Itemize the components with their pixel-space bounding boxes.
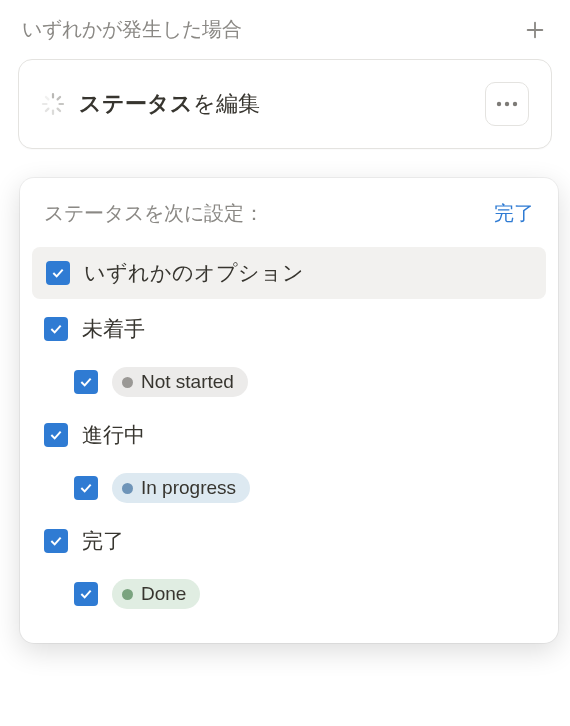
- checkbox-not-started[interactable]: [74, 370, 98, 394]
- svg-line-7: [46, 109, 48, 111]
- popup-header-label: ステータスを次に設定：: [44, 200, 264, 227]
- action-title-bold: ステータス: [79, 91, 193, 116]
- any-option-label: いずれかのオプション: [84, 259, 304, 287]
- checkbox-group-not-started[interactable]: [44, 317, 68, 341]
- status-pill-not-started: Not started: [112, 367, 248, 397]
- checkbox-group-in-progress[interactable]: [44, 423, 68, 447]
- more-button[interactable]: [485, 82, 529, 126]
- plus-icon: [524, 19, 546, 41]
- any-option-row[interactable]: いずれかのオプション: [32, 247, 546, 299]
- svg-point-11: [505, 102, 509, 106]
- loading-icon: [41, 92, 65, 116]
- status-pill-done: Done: [112, 579, 200, 609]
- svg-line-5: [58, 109, 60, 111]
- option-row-not-started[interactable]: Not started: [20, 355, 558, 409]
- popup-header: ステータスを次に設定： 完了: [20, 196, 558, 243]
- checkbox-group-done[interactable]: [44, 529, 68, 553]
- group-row-in-progress[interactable]: 進行中: [20, 409, 558, 461]
- ellipsis-icon: [496, 101, 518, 107]
- check-icon: [78, 480, 94, 496]
- action-title-rest: を編集: [193, 91, 260, 116]
- check-icon: [78, 374, 94, 390]
- check-icon: [48, 321, 64, 337]
- status-pill-in-progress: In progress: [112, 473, 250, 503]
- done-button[interactable]: 完了: [494, 200, 534, 227]
- svg-line-9: [46, 97, 48, 99]
- group-label: 進行中: [82, 421, 145, 449]
- status-pill-label: Done: [141, 583, 186, 605]
- status-pill-label: Not started: [141, 371, 234, 393]
- check-icon: [50, 265, 66, 281]
- status-dot-icon: [122, 483, 133, 494]
- action-title: ステータスを編集: [79, 89, 260, 119]
- group-label: 未着手: [82, 315, 145, 343]
- svg-point-12: [513, 102, 517, 106]
- check-icon: [78, 586, 94, 602]
- option-row-done[interactable]: Done: [20, 567, 558, 621]
- check-icon: [48, 533, 64, 549]
- group-row-not-started[interactable]: 未着手: [20, 303, 558, 355]
- trigger-title: いずれかが発生した場合: [22, 16, 242, 43]
- add-trigger-button[interactable]: [522, 17, 548, 43]
- trigger-header: いずれかが発生した場合: [0, 0, 570, 53]
- action-card-left: ステータスを編集: [41, 89, 260, 119]
- status-pill-label: In progress: [141, 477, 236, 499]
- svg-line-3: [58, 97, 60, 99]
- checkbox-any[interactable]: [46, 261, 70, 285]
- group-label: 完了: [82, 527, 124, 555]
- status-dot-icon: [122, 377, 133, 388]
- svg-point-10: [497, 102, 501, 106]
- group-row-done[interactable]: 完了: [20, 515, 558, 567]
- check-icon: [48, 427, 64, 443]
- checkbox-in-progress[interactable]: [74, 476, 98, 500]
- action-card[interactable]: ステータスを編集: [18, 59, 552, 149]
- status-dot-icon: [122, 589, 133, 600]
- checkbox-done[interactable]: [74, 582, 98, 606]
- option-row-in-progress[interactable]: In progress: [20, 461, 558, 515]
- status-select-popup: ステータスを次に設定： 完了 いずれかのオプション 未着手 Not starte…: [20, 178, 558, 643]
